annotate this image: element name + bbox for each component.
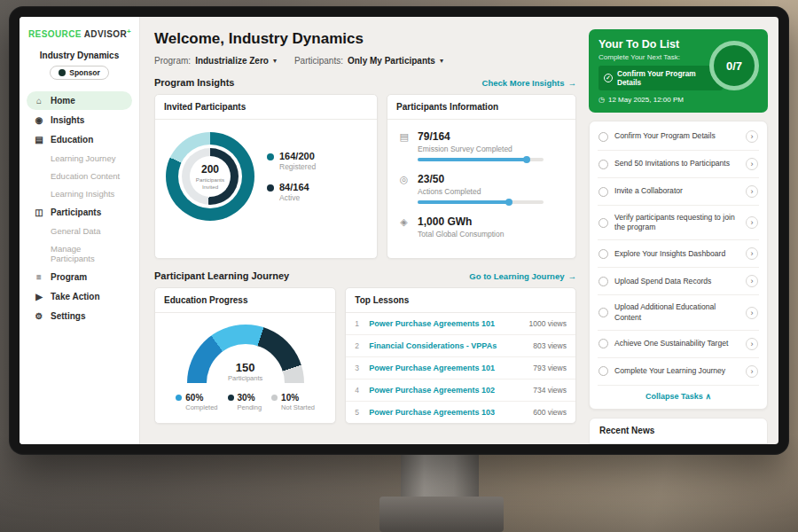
go-to-learning-journey-link[interactable]: Go to Learning Journey → xyxy=(469,271,576,281)
sidebar-item-general-data[interactable]: General Data xyxy=(27,223,132,239)
section-title: Program Insights xyxy=(154,77,234,88)
sidebar-item-settings[interactable]: ⚙ Settings xyxy=(27,307,132,325)
metric-label: Total Global Consumption xyxy=(418,230,504,239)
next-task-chip[interactable]: ✓ Confirm Your Program Details xyxy=(598,66,723,90)
task-row[interactable]: Upload Spend Data Records › xyxy=(598,268,759,295)
legend-dot xyxy=(267,184,274,192)
sidebar-item-insights[interactable]: ◉ Insights xyxy=(27,111,132,129)
program-insights-header: Program Insights Check More Insights → xyxy=(154,77,576,88)
task-checkbox[interactable] xyxy=(598,160,608,169)
lesson-row[interactable]: 3 Power Purchase Agreements 101 793 view… xyxy=(346,357,575,379)
lesson-link[interactable]: Power Purchase Agreements 102 xyxy=(369,386,526,395)
brand-plus: + xyxy=(127,27,131,35)
task-chevron[interactable]: › xyxy=(746,247,758,260)
task-row[interactable]: Upload Additional Educational Content › xyxy=(598,295,759,330)
gauge-center-label: Participants xyxy=(228,374,262,382)
sidebar-item-label: Take Action xyxy=(51,292,100,301)
task-checkbox[interactable] xyxy=(598,366,608,376)
task-checkbox[interactable] xyxy=(598,218,608,228)
task-checkbox[interactable] xyxy=(598,249,608,259)
task-label: Explore Your Insights Dashboard xyxy=(614,249,739,259)
task-row[interactable]: Achieve One Sustainability Target › xyxy=(598,331,759,358)
lesson-row[interactable]: 5 Power Purchase Agreements 103 600 view… xyxy=(346,402,575,423)
lesson-rank: 2 xyxy=(355,341,362,350)
task-checkbox[interactable] xyxy=(598,308,608,317)
participants-filter[interactable]: Participants: Only My Participants ▾ xyxy=(294,56,443,66)
sidebar-item-education[interactable]: ▤ Education xyxy=(27,130,132,149)
learning-journey-header: Participant Learning Journey Go to Learn… xyxy=(154,270,576,281)
metric-label: Emission Survey Completed xyxy=(418,145,544,153)
sidebar: RESOURCE ADVISOR+ Industry Dynamics Spon… xyxy=(20,17,140,444)
legend-value: 84/164 xyxy=(279,182,309,192)
monitor-frame: RESOURCE ADVISOR+ Industry Dynamics Spon… xyxy=(9,6,789,455)
lesson-link[interactable]: Power Purchase Agreements 103 xyxy=(369,408,526,417)
task-row[interactable]: Send 50 Invitations to Participants › xyxy=(598,151,759,178)
task-row[interactable]: Complete Your Learning Journey › xyxy=(598,358,759,386)
chevron-up-icon: ∧ xyxy=(705,392,711,401)
legend-item-active: 84/164 Active xyxy=(267,182,316,202)
legend-dot xyxy=(271,395,278,401)
task-label: Achieve One Sustainability Target xyxy=(614,339,739,348)
brand-part2: ADVISOR xyxy=(84,29,127,39)
legend-label: Pending xyxy=(228,403,262,411)
sidebar-item-label: Education xyxy=(51,135,93,145)
legend-label: Active xyxy=(279,193,309,202)
settings-icon: ⚙ xyxy=(34,311,44,321)
sidebar-item-education-content[interactable]: Education Content xyxy=(27,168,132,184)
sponsor-badge-label: Sponsor xyxy=(69,68,99,77)
task-row[interactable]: Explore Your Insights Dashboard › xyxy=(598,240,759,268)
task-checkbox[interactable] xyxy=(598,339,608,348)
sidebar-item-learning-insights[interactable]: Learning Insights xyxy=(27,185,132,202)
sidebar-item-learning-journey[interactable]: Learning Journey xyxy=(27,150,132,167)
lesson-link[interactable]: Financial Considerations - VPPAs xyxy=(369,341,526,350)
task-chevron[interactable]: › xyxy=(746,365,758,378)
sidebar-item-home[interactable]: ⌂ Home xyxy=(27,91,132,110)
recent-news-title: Recent News xyxy=(599,426,654,435)
sidebar-item-take-action[interactable]: ▶ Take Action xyxy=(27,287,132,306)
task-chevron[interactable]: › xyxy=(746,216,758,229)
program-filter[interactable]: Program: Industrialize Zero ▾ xyxy=(154,56,277,66)
task-chevron[interactable]: › xyxy=(746,185,758,198)
task-checkbox[interactable] xyxy=(598,277,608,286)
task-chevron[interactable]: › xyxy=(746,338,758,350)
sidebar-item-manage-participants[interactable]: Manage Participants xyxy=(27,240,132,267)
sidebar-item-participants[interactable]: ◫ Participants xyxy=(27,203,132,222)
metric-value: 23/50 xyxy=(418,173,544,185)
collapse-tasks-link[interactable]: Collapse Tasks ∧ xyxy=(598,386,759,409)
task-label: Complete Your Learning Journey xyxy=(614,366,739,376)
task-chevron[interactable]: › xyxy=(746,275,758,287)
check-icon: ✓ xyxy=(604,74,613,82)
next-task-label: Confirm Your Program Details xyxy=(617,69,717,87)
sidebar-item-program[interactable]: ≡ Program xyxy=(27,268,132,286)
sidebar-item-label: Insights xyxy=(51,115,84,125)
brand-part1: RESOURCE xyxy=(28,29,82,39)
section-title: Participant Learning Journey xyxy=(154,270,289,281)
lesson-link[interactable]: Power Purchase Agreements 101 xyxy=(369,319,521,328)
lesson-views: 1000 views xyxy=(528,319,567,328)
lesson-views: 734 views xyxy=(533,386,567,395)
global-consumption-row: ◈ 1,000 GWh Total Global Consumption xyxy=(398,215,565,243)
sponsor-badge[interactable]: Sponsor xyxy=(50,66,108,80)
task-label: Upload Spend Data Records xyxy=(614,277,739,286)
task-row[interactable]: Invite a Collaborator › xyxy=(598,178,759,206)
lesson-row[interactable]: 1 Power Purchase Agreements 101 1000 vie… xyxy=(346,313,575,335)
lesson-row[interactable]: 2 Financial Considerations - VPPAs 803 v… xyxy=(346,335,575,357)
task-chevron[interactable]: › xyxy=(746,130,758,143)
task-row[interactable]: Confirm Your Program Details › xyxy=(598,123,759,151)
learning-journey-cards: Education Progress 150 Participants xyxy=(154,287,576,424)
task-chevron[interactable]: › xyxy=(746,158,758,170)
task-chevron[interactable]: › xyxy=(746,307,758,319)
task-label: Confirm Your Program Details xyxy=(614,131,739,141)
legend-label: Not Started xyxy=(271,403,315,411)
lesson-link[interactable]: Power Purchase Agreements 101 xyxy=(369,364,526,372)
lesson-rank: 4 xyxy=(355,386,362,395)
sidebar-item-label: Settings xyxy=(51,311,85,321)
donut-center-value: 200 xyxy=(201,163,219,176)
task-checkbox[interactable] xyxy=(598,187,608,197)
todo-progress-ring: 0/7 xyxy=(709,41,759,90)
emission-survey-row: ▤ 79/164 Emission Survey Completed xyxy=(398,130,565,161)
check-more-insights-link[interactable]: Check More Insights → xyxy=(482,78,576,88)
lesson-row[interactable]: 4 Power Purchase Agreements 102 734 view… xyxy=(346,379,575,402)
task-row[interactable]: Verify participants requesting to join t… xyxy=(598,206,759,240)
task-checkbox[interactable] xyxy=(598,132,608,142)
